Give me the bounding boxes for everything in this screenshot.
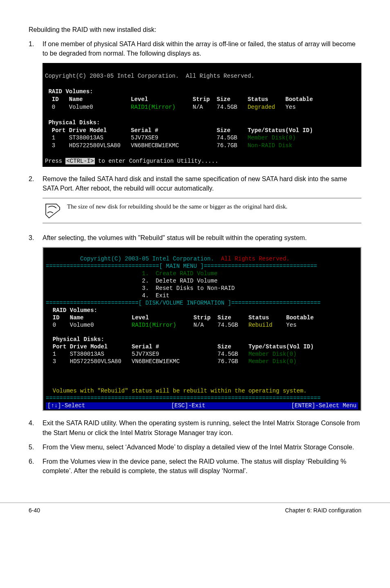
physical-disks-columns: Port Drive Model Serial # Size Type/Stat…	[46, 343, 314, 350]
step-number: 3.	[29, 233, 43, 242]
physical-disks-columns: Port Drive Model Serial # Size Type/Stat…	[45, 127, 313, 134]
step-text: Remove the failed SATA hard disk and ins…	[43, 174, 361, 193]
step-text: From the Volumes view in the device pane…	[43, 457, 361, 476]
step-4: 4. Exit the SATA RAID utility. When the …	[29, 418, 361, 437]
disk-row-1: 1 ST380013AS 5JV7XSE9 74.5GB Member Disk…	[45, 135, 296, 141]
step-text: If one member of physical SATA Hard disk…	[43, 39, 361, 58]
volume-row-0: 0 Volume0 RAID1(Mirror) N/A 74.5GB Rebui…	[46, 322, 296, 328]
disk-row-3: 3 HDS722580VLSA80 VN6BHECBW1EKMC 76.7GB …	[45, 142, 292, 149]
key-enter-select[interactable]: [ENTER]-Select Menu	[291, 402, 356, 410]
hand-note-icon	[44, 202, 61, 219]
raid-volumes-header: RAID Volumes:	[46, 307, 97, 314]
ctrl-i-key[interactable]: <CTRL-I>	[65, 158, 94, 164]
section-divider-top: =================================[ MAIN …	[46, 263, 317, 269]
bios-screen-degraded: Copyright(C) 2003-05 Intel Corporation. …	[43, 63, 361, 167]
step-number: 2.	[29, 174, 43, 193]
menu-delete-raid[interactable]: 2. Delete RAID Volume	[46, 278, 217, 284]
menu-reset-disks[interactable]: 3. Reset Disks to Non-RAID	[46, 285, 235, 292]
bios-screen-rebuild: Copyright(C) 2003-05 Intel Corporation. …	[43, 247, 361, 411]
copyright-line: Copyright(C) 2003-05 Intel Corporation. …	[46, 256, 290, 262]
step-6: 6. From the Volumes view in the device p…	[29, 457, 361, 476]
step-2: 2. Remove the failed SATA hard disk and …	[29, 174, 361, 193]
page-number: 6-40	[29, 507, 40, 514]
chapter-title: Chapter 6: RAID configuration	[285, 507, 361, 514]
rebuild-message: Volumes with "Rebuild" status will be re…	[46, 388, 307, 394]
bottom-key-bar: [↑↓]-Select[ESC]-Exit[ENTER]-Select Menu	[46, 402, 358, 410]
step-text: Exit the SATA RAID utility. When the ope…	[43, 418, 361, 437]
copyright-line: Copyright(C) 2003-05 Intel Corporation. …	[45, 73, 254, 79]
section-heading: Rebuilding the RAID with new installed d…	[29, 26, 361, 34]
volume-row-0: 0 Volume0 RAID1(Mirror) N/A 74.5GB Degra…	[45, 104, 296, 110]
raid-volumes-header: RAID Volumes:	[45, 88, 93, 95]
step-number: 6.	[29, 457, 43, 476]
step-number: 4.	[29, 418, 43, 437]
step-text: From the View menu, select ‘Advanced Mod…	[43, 442, 361, 452]
step-5: 5. From the View menu, select ‘Advanced …	[29, 442, 361, 452]
step-number: 1.	[29, 39, 43, 58]
raid-volumes-columns: ID Name Level Strip Size Status Bootable	[46, 314, 314, 321]
disk-row-1: 1 ST380013AS 5JV7XSE9 74.5GB Member Disk…	[46, 351, 296, 357]
section-divider-mid: ===========================[ DISK/VOLUME…	[46, 300, 321, 306]
menu-exit[interactable]: 4. Exit	[46, 292, 169, 299]
physical-disks-header: Physical Disks:	[46, 336, 104, 343]
step-number: 5.	[29, 442, 43, 452]
step-text: After selecting, the volumes with "Rebui…	[43, 233, 361, 242]
note-text: The size of new disk for rebuilding shou…	[67, 202, 287, 211]
page-footer: 6-40 Chapter 6: RAID configuration	[0, 503, 390, 514]
note-box: The size of new disk for rebuilding shou…	[43, 198, 361, 223]
menu-create-raid[interactable]: 1. Create RAID Volume	[46, 270, 217, 277]
press-ctrl-i: Press <CTRL-I> to enter Configuration Ut…	[45, 158, 218, 164]
key-esc-exit[interactable]: [ESC]-Exit	[171, 402, 205, 410]
step-1: 1. If one member of physical SATA Hard d…	[29, 39, 361, 58]
step-3: 3. After selecting, the volumes with "Re…	[29, 233, 361, 242]
key-select-arrows[interactable]: [↑↓]-Select	[47, 402, 85, 410]
disk-row-3: 3 HDS722580VLSA80 VN6BHECBW1EKMC 76.7GB …	[46, 358, 296, 365]
physical-disks-header: Physical Disks:	[45, 119, 100, 126]
raid-volumes-columns: ID Name Level Strip Size Status Bootable	[45, 96, 313, 103]
